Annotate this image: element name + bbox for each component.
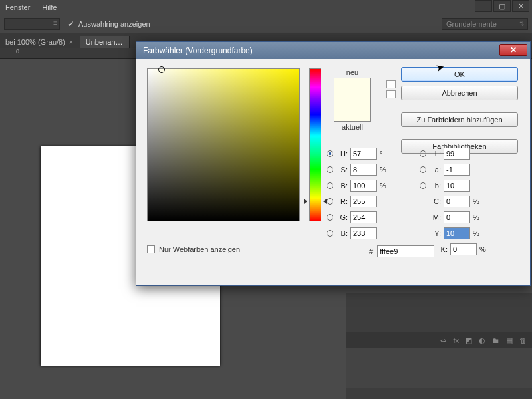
dialog-close-button[interactable]: ✕ xyxy=(499,44,527,56)
input-g[interactable] xyxy=(350,211,377,223)
input-bb[interactable] xyxy=(350,227,377,239)
adjustment-icon[interactable]: ◐ xyxy=(479,336,485,345)
panels: ⇔ fx ◩ ◐ 🖿 ▤ 🗑 xyxy=(346,293,532,399)
websafe-warning-icon[interactable] xyxy=(386,90,396,98)
tab-doc1[interactable]: bei 100% (Grau/8) × xyxy=(0,36,80,48)
radio-g[interactable] xyxy=(327,214,333,221)
label-y: Y: xyxy=(429,229,441,237)
ruler-zero: 0 xyxy=(16,48,19,55)
options-bar: ✓ Auswahlring anzeigen Grundelemente xyxy=(0,15,532,33)
window-close-button[interactable]: ✕ xyxy=(512,0,529,12)
input-h[interactable] xyxy=(350,148,377,160)
label-a: a: xyxy=(429,166,441,174)
cube-warning-icon[interactable] xyxy=(386,80,396,88)
ok-button[interactable]: OK xyxy=(401,67,518,82)
fx-icon[interactable]: fx xyxy=(453,336,459,344)
current-label: aktuell xyxy=(342,123,363,131)
radio-r[interactable] xyxy=(327,198,333,205)
radio-b[interactable] xyxy=(420,182,426,189)
label-b: b: xyxy=(429,182,441,190)
label-l: L: xyxy=(429,150,441,158)
color-values: H: ° L: S: % a: B: xyxy=(327,146,521,257)
input-m[interactable] xyxy=(444,211,470,223)
radio-bb[interactable] xyxy=(327,230,333,237)
unit-deg: ° xyxy=(380,150,392,158)
window-maximize-button[interactable]: ▢ xyxy=(493,0,511,12)
input-s[interactable] xyxy=(350,164,377,176)
input-hex[interactable] xyxy=(377,245,434,257)
label-h: H: xyxy=(336,150,348,158)
label-g: G: xyxy=(336,213,348,221)
label-bb: B: xyxy=(336,229,348,237)
link-icon[interactable]: ⇔ xyxy=(440,336,446,345)
saturation-value-field[interactable] xyxy=(147,68,300,221)
menu-hilfe[interactable]: Hilfe xyxy=(42,3,57,11)
auswahlring-label: Auswahlring anzeigen xyxy=(78,20,150,28)
panel-lower xyxy=(346,348,532,388)
menubar: Fenster Hilfe — ▢ ✕ xyxy=(0,0,532,15)
input-c[interactable] xyxy=(444,196,470,207)
label-m: M: xyxy=(429,213,441,221)
radio-a[interactable] xyxy=(420,166,426,173)
input-y[interactable] xyxy=(444,227,470,239)
label-s: S: xyxy=(336,166,348,174)
color-swatch xyxy=(334,78,371,122)
webonly-checkbox[interactable] xyxy=(147,245,155,253)
input-bv[interactable] xyxy=(350,180,377,192)
sv-cursor-icon xyxy=(158,66,165,73)
close-icon[interactable]: × xyxy=(69,39,73,46)
input-a[interactable] xyxy=(444,164,470,176)
layers-footer: ⇔ fx ◩ ◐ 🖿 ▤ 🗑 xyxy=(346,332,532,348)
add-to-swatches-button[interactable]: Zu Farbfeldern hinzufügen xyxy=(401,112,518,127)
folder-icon[interactable]: 🖿 xyxy=(492,336,499,344)
trash-icon[interactable]: 🗑 xyxy=(519,336,527,344)
input-b[interactable] xyxy=(444,180,470,192)
label-r: R: xyxy=(336,198,348,205)
swatch-new[interactable] xyxy=(334,78,370,100)
color-picker-dialog: Farbwähler (Vordergrundfarbe) ✕ neu aktu… xyxy=(136,41,531,286)
mask-icon[interactable]: ◩ xyxy=(466,336,472,345)
auswahlring-checkbox[interactable]: ✓ Auswahlring anzeigen xyxy=(68,19,150,29)
tab-doc2-label: Unbenan… xyxy=(86,38,123,46)
webonly-label: Nur Webfarben anzeigen xyxy=(159,245,240,253)
hue-slider[interactable] xyxy=(309,68,321,221)
panel-upper xyxy=(346,293,532,332)
dialog-title-label: Farbwähler (Vordergrundfarbe) xyxy=(143,46,253,55)
workspace-label: Grundelemente xyxy=(446,20,497,28)
hash-label: # xyxy=(369,247,373,255)
workspace-dropdown[interactable]: Grundelemente xyxy=(442,18,528,30)
new-label: neu xyxy=(346,68,358,76)
input-l[interactable] xyxy=(444,148,470,160)
radio-l[interactable] xyxy=(420,150,426,157)
tool-preset-dropdown[interactable] xyxy=(4,18,60,30)
window-minimize-button[interactable]: — xyxy=(475,0,492,12)
label-c: C: xyxy=(429,198,441,205)
menu-fenster[interactable]: Fenster xyxy=(5,3,30,11)
radio-h[interactable] xyxy=(327,150,333,157)
cancel-button[interactable]: Abbrechen xyxy=(401,86,518,100)
radio-s[interactable] xyxy=(327,166,333,173)
tab-doc2[interactable]: Unbenan… xyxy=(80,36,130,48)
swatch-current[interactable] xyxy=(334,100,370,121)
radio-bv[interactable] xyxy=(327,182,333,189)
label-k: K: xyxy=(436,245,448,253)
label-bv: B: xyxy=(336,182,348,190)
input-r[interactable] xyxy=(350,196,377,207)
check-icon: ✓ xyxy=(68,19,74,29)
dialog-titlebar[interactable]: Farbwähler (Vordergrundfarbe) ✕ xyxy=(136,42,530,59)
new-layer-icon[interactable]: ▤ xyxy=(506,336,513,345)
tab-doc1-label: bei 100% (Grau/8) xyxy=(5,38,65,46)
input-k[interactable] xyxy=(450,243,477,255)
